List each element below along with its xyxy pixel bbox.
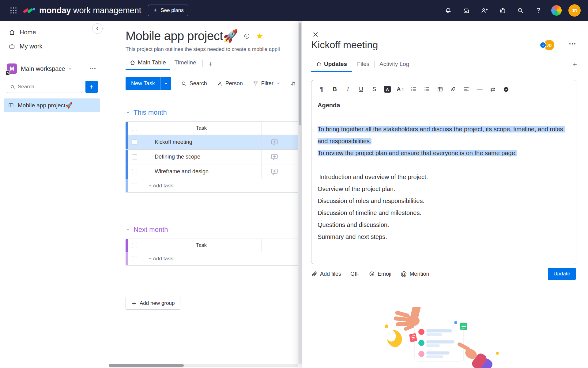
task-name[interactable]: Defining the scope — [141, 150, 262, 164]
add-update-chat-icon[interactable] — [262, 164, 287, 179]
add-subscriber-icon[interactable] — [540, 42, 546, 48]
tab-updates[interactable]: Updates — [311, 57, 352, 72]
item-options-icon[interactable] — [567, 41, 578, 47]
toolbar-search[interactable]: Search — [181, 80, 207, 87]
monday-logo-icon[interactable] — [23, 6, 36, 15]
group-header-next-month[interactable]: Next month — [126, 226, 302, 234]
toolbar-person[interactable]: Person — [217, 80, 243, 87]
tab-separator — [414, 61, 414, 68]
add-view-icon[interactable] — [205, 59, 216, 70]
see-plans-button[interactable]: See plans — [148, 5, 188, 16]
product-switcher-icon[interactable] — [550, 4, 563, 17]
ordered-list-icon[interactable] — [409, 85, 418, 94]
table-icon[interactable] — [435, 85, 445, 94]
vertical-scrollbar-thumb[interactable] — [299, 23, 301, 125]
tab-activity-log[interactable]: Activity Log — [375, 57, 414, 72]
sidebar-board-item[interactable]: Mobile app project🚀 — [4, 98, 100, 112]
paragraph-style-icon[interactable]: ¶ — [317, 85, 326, 94]
inbox-tray-icon[interactable] — [460, 4, 472, 17]
vertical-scrollbar[interactable] — [298, 21, 302, 364]
font-size-icon[interactable]: A↑↓ — [396, 85, 405, 94]
add-task-row[interactable]: + Add task — [126, 179, 302, 193]
info-icon[interactable] — [243, 33, 250, 40]
column-header-task[interactable]: Task — [141, 122, 262, 135]
text-color-icon[interactable]: A — [383, 85, 392, 94]
workspace-switcher[interactable]: M Main workspace — [0, 60, 104, 78]
emoji-button[interactable]: Emoji — [369, 271, 391, 277]
update-editor[interactable]: ¶ B I U S A A↑↓ — [311, 80, 576, 264]
sidebar-item-home[interactable]: Home — [0, 25, 104, 39]
add-update-chat-icon[interactable] — [262, 135, 287, 149]
emoji-label: Emoji — [378, 271, 391, 277]
task-row-defining-the-scope[interactable]: Defining the scope — [126, 150, 302, 164]
task-name[interactable]: Kickoff meeting — [141, 135, 262, 149]
align-text-icon[interactable] — [462, 85, 471, 94]
horizontal-scrollbar-thumb[interactable] — [109, 364, 184, 367]
horizontal-scrollbar[interactable] — [109, 364, 298, 367]
gif-button[interactable]: GIF — [350, 271, 360, 277]
notifications-bell-icon[interactable] — [442, 4, 454, 17]
sidebar-search-box[interactable] — [7, 81, 82, 93]
close-icon[interactable] — [310, 29, 321, 40]
add-task-label[interactable]: + Add task — [141, 252, 173, 265]
add-tab-icon[interactable] — [572, 62, 578, 67]
add-new-group-button[interactable]: Add new group — [126, 297, 180, 310]
toolbar-filter-label: Filter — [261, 80, 273, 87]
toolbar-person-label: Person — [225, 80, 243, 87]
editor-content[interactable]: Agenda To bring together all the stakeho… — [311, 95, 576, 243]
select-all-checkbox[interactable] — [132, 126, 137, 131]
new-task-dropdown-icon[interactable] — [160, 77, 171, 90]
underline-icon[interactable]: U — [356, 85, 366, 94]
link-icon[interactable] — [449, 85, 458, 94]
header-chat-cell — [262, 239, 287, 252]
workspace-options-icon[interactable] — [88, 66, 98, 71]
new-task-button[interactable]: New Task — [126, 77, 171, 90]
task-checkbox[interactable] — [132, 154, 137, 159]
editor-line: Overview of the project plan. — [318, 183, 570, 195]
task-row-wireframe-and-design[interactable]: Wireframe and design — [126, 164, 302, 179]
toolbar-filter[interactable]: Filter — [253, 80, 281, 87]
select-all-checkbox[interactable] — [132, 243, 137, 248]
task-name[interactable]: Wireframe and design — [141, 164, 262, 179]
horizontal-rule-icon[interactable]: — — [475, 85, 484, 94]
mention-button[interactable]: @ Mention — [401, 270, 429, 278]
italic-icon[interactable]: I — [343, 85, 352, 94]
tab-files[interactable]: Files — [352, 57, 374, 72]
editor-line: Summary and next steps. — [318, 231, 570, 243]
group-collapse-icon[interactable] — [126, 110, 130, 115]
sidebar-item-label: My work — [20, 43, 42, 50]
apps-grid-icon[interactable] — [7, 4, 20, 17]
checklist-icon[interactable] — [501, 85, 511, 94]
sidebar-item-my-work[interactable]: My work — [0, 39, 104, 53]
sidebar-collapse-button[interactable] — [92, 23, 103, 34]
add-files-button[interactable]: Add files — [311, 271, 341, 277]
bold-icon[interactable]: B — [330, 85, 339, 94]
favorite-star-icon[interactable] — [256, 32, 264, 40]
help-icon[interactable]: ? — [532, 4, 545, 17]
column-header-task[interactable]: Task — [141, 239, 262, 252]
board-title[interactable]: Mobile app project🚀 — [126, 29, 238, 43]
add-task-row[interactable]: + Add task — [126, 252, 302, 266]
item-subscribers[interactable]: JD — [540, 40, 554, 50]
task-checkbox[interactable] — [132, 169, 137, 174]
tab-timeline[interactable]: Timeline — [170, 57, 201, 70]
text-direction-icon[interactable]: ⇄ — [488, 85, 497, 94]
task-row-kickoff-meeting[interactable]: Kickoff meeting — [126, 135, 302, 150]
tab-main-table[interactable]: Main Table — [126, 57, 170, 70]
bullet-list-icon[interactable] — [422, 85, 432, 94]
update-button[interactable]: Update — [548, 268, 576, 280]
add-update-chat-icon[interactable] — [262, 150, 287, 164]
task-checkbox[interactable] — [132, 140, 137, 145]
toolbar-sort[interactable] — [290, 81, 296, 86]
add-board-button[interactable] — [85, 81, 98, 93]
search-icon[interactable] — [514, 4, 526, 17]
apps-marketplace-puzzle-icon[interactable] — [496, 4, 508, 17]
item-title[interactable]: Kickoff meeting — [311, 39, 378, 51]
strikethrough-icon[interactable]: S — [370, 85, 379, 94]
user-avatar[interactable]: JD — [568, 4, 581, 17]
invite-user-icon[interactable] — [478, 4, 490, 17]
group-header-this-month[interactable]: This month — [126, 109, 302, 117]
sidebar-search-input[interactable] — [18, 84, 82, 90]
add-task-label[interactable]: + Add task — [141, 179, 173, 192]
group-collapse-icon[interactable] — [126, 227, 130, 232]
